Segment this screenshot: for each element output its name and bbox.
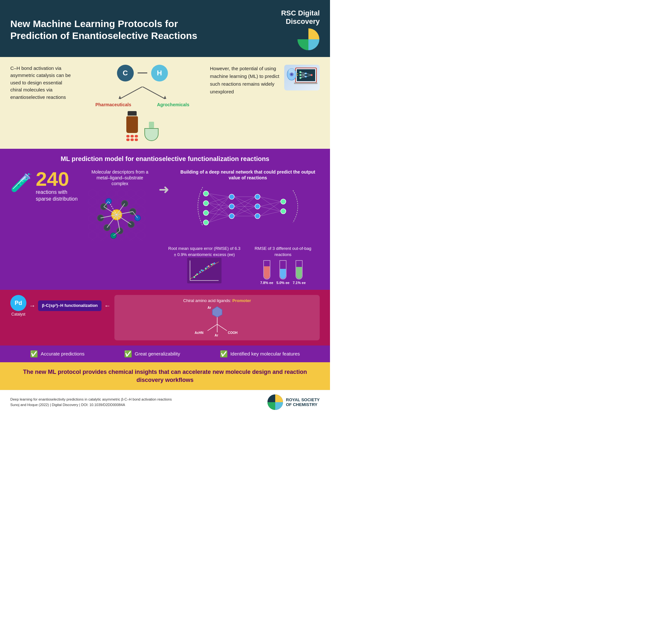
catalyst-section: Pd Catalyst → β-C(sp³)–H functionalizati… [10, 295, 111, 317]
svg-point-53 [203, 201, 208, 206]
beta-functionalization-box: β-C(sp³)–H functionalization [38, 300, 102, 311]
chiral-title: Chiral amino acid ligands: Promoter [183, 298, 251, 303]
catalyst-label: Catalyst [10, 312, 26, 317]
svg-text:Ar: Ar [207, 306, 211, 309]
tube-label-1: 7.8% ee [260, 281, 273, 285]
svg-text:Ar: Ar [215, 334, 218, 337]
hydrogen-circle: H [151, 65, 168, 82]
rmse-left: Root mean square error (RMSE) of 6.3 ± 0… [168, 246, 241, 284]
svg-point-55 [203, 220, 208, 225]
svg-text:COOH: COOH [228, 331, 238, 335]
svg-line-87 [260, 202, 281, 206]
rsc-footer-text: ROYAL SOCIETY OF CHEMISTRY [286, 397, 320, 407]
svg-line-74 [208, 206, 229, 223]
conclusion-text: The new ML protocol provides chemical in… [10, 368, 320, 384]
check-item-1: ✅ Accurate predictions [30, 350, 84, 358]
tube-label-2: 5.0% ee [277, 281, 289, 285]
branch-diagram [107, 87, 178, 99]
svg-point-97 [199, 271, 201, 272]
check-icon-2: ✅ [124, 350, 132, 358]
test-tube-1: 7.8% ee [260, 260, 273, 285]
svg-line-2 [142, 87, 165, 99]
ml-model-title: ML prediction model for enantioselective… [10, 155, 320, 163]
footer: Deep learning for enantioselectivity pre… [0, 390, 330, 414]
carbon-circle: C [117, 65, 134, 82]
check-label-3: Identified key molecular features [230, 351, 300, 356]
svg-point-102 [213, 262, 215, 264]
svg-point-59 [255, 194, 260, 199]
ch-activation-description: C–H bond activation via asymmetric catal… [10, 65, 75, 101]
svg-rect-91 [187, 258, 222, 283]
svg-point-57 [229, 204, 234, 209]
header: New Machine Learning Protocols for Predi… [0, 0, 330, 57]
flow-arrow: ➜ [158, 182, 170, 197]
agro-label: Agrochemicals [157, 102, 189, 107]
svg-point-54 [203, 210, 208, 215]
svg-point-56 [229, 194, 234, 199]
chiral-promoter-label: Promoter [232, 298, 251, 303]
check-label-1: Accurate predictions [41, 351, 84, 356]
check-icon-3: ✅ [220, 350, 228, 358]
reactions-number: 240 [36, 169, 81, 189]
check-icon-1: ✅ [30, 350, 38, 358]
svg-line-75 [208, 216, 229, 223]
labels-row: Pharmaceuticals Agrochemicals [83, 102, 202, 107]
rmse-description: Root mean square error (RMSE) of 6.3 ± 0… [168, 246, 241, 257]
svg-point-52 [203, 191, 208, 196]
svg-point-61 [255, 213, 260, 218]
svg-text:AcHN: AcHN [195, 331, 203, 335]
svg-line-73 [208, 197, 229, 223]
amino-acid-structure: Ar AcHN COOH Ar [185, 305, 249, 337]
pharma-label: Pharmaceuticals [95, 102, 131, 107]
check-label-2: Great generalizability [135, 351, 180, 356]
rmse-right-description: RMSE of 3 different out-of-bag reactions [246, 246, 320, 257]
svg-point-101 [211, 263, 212, 265]
arrow-left-icon: ← [104, 302, 111, 309]
checkmarks-section: ✅ Accurate predictions ✅ Great generaliz… [0, 345, 330, 362]
check-item-2: ✅ Great generalizability [124, 350, 180, 358]
svg-point-58 [229, 213, 234, 218]
svg-point-96 [196, 273, 198, 275]
svg-line-110 [207, 324, 217, 331]
svg-point-63 [281, 209, 286, 214]
flask-big-icon: 🧪 [10, 172, 32, 193]
tube-label-3: 7.1% ee [293, 281, 306, 285]
svg-line-1 [120, 87, 142, 99]
bond-line [138, 72, 147, 73]
svg-point-104 [201, 270, 202, 271]
svg-line-90 [260, 211, 281, 216]
svg-point-98 [202, 270, 204, 271]
ml-model-content: 🧪 240 reactions with sparse distribution… [10, 169, 320, 242]
journal-logo: RSC Digital Discovery [281, 9, 320, 50]
svg-point-25 [291, 73, 293, 75]
test-tubes-row: 7.8% ee 5.0% ee 7.1% ee [246, 260, 320, 285]
flask-icon [145, 122, 158, 141]
purple-section: ML prediction model for enantioselective… [0, 149, 330, 290]
mol-descriptor-title: Molecular descriptors from a metal–ligan… [88, 169, 152, 187]
ch-diagram-section: C H Pharmaceuticals Agrochemicals [83, 65, 202, 141]
nn-title: Building of a deep neural network that c… [176, 169, 320, 181]
svg-line-64 [208, 193, 229, 197]
top-section: C–H bond activation via asymmetric catal… [0, 57, 330, 149]
neural-network-diagram [176, 184, 320, 229]
scatter-plot [168, 258, 241, 283]
svg-line-111 [217, 324, 227, 331]
svg-point-62 [281, 199, 286, 204]
pd-catalyst-icon: Pd [10, 295, 26, 311]
bottom-reaction-row: Pd Catalyst → β-C(sp³)–H functionalizati… [0, 290, 330, 345]
footer-rsc-logo: ROYAL SOCIETY OF CHEMISTRY [267, 394, 320, 410]
arrow-right-icon: → [29, 302, 36, 309]
svg-line-89 [260, 202, 281, 216]
rsc-footer-icon [267, 394, 283, 410]
svg-marker-3 [118, 96, 121, 99]
svg-line-70 [208, 197, 229, 213]
check-item-3: ✅ Identified key molecular features [220, 350, 300, 358]
svg-point-103 [195, 275, 196, 276]
test-tube-2: 5.0% ee [277, 260, 289, 285]
svg-point-99 [205, 268, 206, 269]
logo-text: RSC Digital Discovery [281, 9, 320, 26]
page-title: New Machine Learning Protocols for Predi… [10, 18, 197, 42]
svg-line-85 [260, 197, 281, 202]
conclusion-banner: The new ML protocol provides chemical in… [0, 362, 330, 390]
pill-bottle-icon [126, 111, 138, 141]
